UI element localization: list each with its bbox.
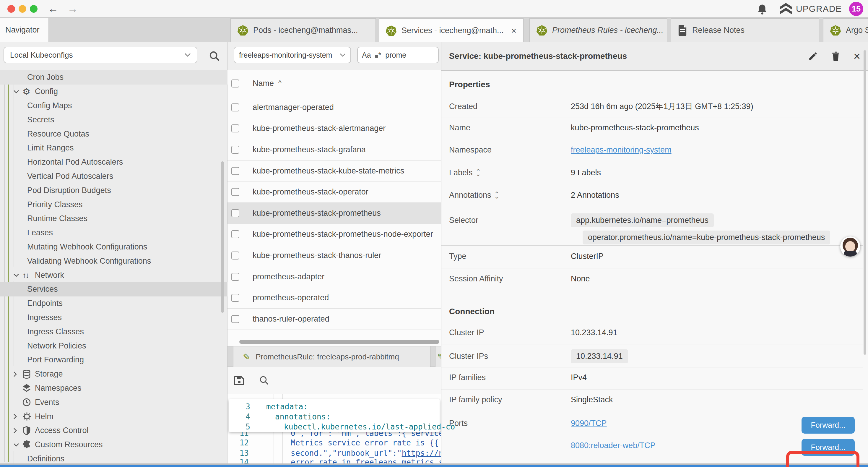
upgrade-button[interactable]: UPGRADE — [779, 3, 842, 15]
avatar[interactable] — [840, 236, 860, 257]
row-checkbox[interactable] — [231, 230, 239, 238]
sidebar-item[interactable]: Ingress Classes — [0, 324, 227, 339]
sidebar-item[interactable]: Network Policies — [0, 339, 227, 353]
yaml-editor[interactable]: 11 0", for": "hm", labels":{ service": 1… — [227, 394, 441, 465]
filter-searchbox[interactable]: Aa * — [357, 47, 439, 63]
close-window-button[interactable] — [7, 5, 15, 13]
chevron-icon[interactable] — [13, 90, 23, 94]
row-checkbox[interactable] — [231, 188, 239, 196]
sidebar-item[interactable]: Validating Webhook Configurations — [0, 254, 227, 268]
sidebar-item[interactable]: Helm — [0, 409, 227, 424]
kubeconfig-select[interactable]: Local Kubeconfigs — [4, 47, 197, 63]
sidebar-item[interactable]: Pod Disruption Budgets — [0, 183, 227, 198]
sidebar-item[interactable]: Storage — [0, 367, 227, 381]
tab-release-notes[interactable]: Release Notes — [671, 18, 819, 42]
bell-icon[interactable] — [757, 4, 768, 16]
table-row[interactable]: kube-prometheus-stack-kube-state-metrics — [227, 160, 441, 182]
namespace-select[interactable]: freeleaps-monitoring-system — [234, 47, 351, 63]
chevron-icon[interactable] — [13, 443, 23, 447]
sidebar-item[interactable]: Cron Jobs — [0, 70, 227, 85]
navigator-tab[interactable]: Navigator — [0, 18, 49, 42]
sidebar-item[interactable]: Custom Resources — [0, 438, 227, 452]
sidebar-item[interactable]: Priority Classes — [0, 198, 227, 212]
forward-arrow-icon[interactable]: → — [64, 2, 82, 16]
row-checkbox[interactable] — [231, 167, 239, 175]
sidebar-item[interactable]: Endpoints — [0, 296, 227, 311]
row-checkbox[interactable] — [231, 273, 239, 281]
account-badge[interactable]: 15 — [849, 2, 863, 16]
table-row[interactable]: kube-prometheus-stack-grafana — [227, 139, 441, 160]
minimize-window-button[interactable] — [19, 5, 26, 13]
detail-scrollbar[interactable] — [864, 50, 866, 355]
row-checkbox[interactable] — [231, 124, 239, 133]
back-arrow-icon[interactable]: ← — [44, 2, 62, 16]
row-checkbox[interactable] — [231, 209, 239, 217]
sidebar-item[interactable]: Leases — [0, 226, 227, 240]
sidebar-item[interactable]: Config Maps — [0, 99, 227, 113]
chevron-icon[interactable] — [13, 273, 23, 277]
sidebar-item[interactable]: Limit Ranges — [0, 141, 227, 155]
table-row[interactable]: kube-prometheus-stack-prometheus — [227, 203, 441, 224]
sidebar-item[interactable]: Events — [0, 395, 227, 409]
port-link-8080[interactable]: 8080:reloader-web/TCP — [571, 441, 656, 450]
editor-tab-next[interactable]: ✎ — [435, 346, 441, 367]
expand-collapse-icon[interactable]: ⌃⌄ — [494, 191, 500, 200]
sidebar-item[interactable]: Port Forwarding — [0, 353, 227, 367]
search-icon[interactable] — [209, 50, 220, 62]
chevron-icon[interactable] — [13, 413, 23, 420]
sidebar-item[interactable]: Services — [0, 282, 227, 296]
edit-pencil-icon[interactable] — [808, 51, 818, 61]
filter-input[interactable] — [385, 51, 418, 59]
sidebar-item[interactable]: Mutating Webhook Configurations — [0, 240, 227, 254]
sidebar-item[interactable]: Ingresses — [0, 311, 227, 325]
sidebar-item[interactable]: Definitions — [0, 452, 227, 465]
sidebar-item[interactable]: ↑↓ Network — [0, 268, 227, 282]
close-panel-icon[interactable]: × — [854, 50, 860, 63]
close-tab-icon[interactable]: × — [512, 26, 517, 36]
chevron-icon[interactable] — [13, 371, 23, 377]
table-row[interactable]: kube-prometheus-stack-thanos-ruler — [227, 245, 441, 266]
sort-caret-icon[interactable]: ^ — [278, 79, 282, 88]
expand-collapse-icon[interactable]: ⌃⌄ — [476, 169, 481, 177]
table-row[interactable]: kube-prometheus-stack-prometheus-node-ex… — [227, 224, 441, 245]
editor-tab-prometheusrule[interactable]: ✎ PrometheusRule: freeleaps-prod-rabbitm… — [233, 346, 430, 367]
sidebar-item[interactable]: Horizontal Pod Autoscalers — [0, 155, 227, 169]
row-checkbox[interactable] — [231, 294, 239, 302]
sidebar-scrollbar[interactable] — [221, 162, 224, 313]
port-link-9090[interactable]: 9090/TCP — [571, 419, 607, 428]
forward-button-9090[interactable]: Forward... — [802, 417, 855, 434]
table-row[interactable]: prometheus-adapter — [227, 266, 441, 288]
tab-argo[interactable]: Argo Se — [823, 18, 868, 42]
regex-icon[interactable]: * — [375, 51, 381, 59]
delete-trash-icon[interactable] — [831, 51, 840, 61]
row-checkbox[interactable] — [231, 146, 239, 154]
table-row[interactable]: alertmanager-operated — [227, 97, 441, 118]
name-column-header[interactable]: Name — [253, 79, 274, 88]
sidebar-item[interactable]: Vertical Pod Autoscalers — [0, 169, 227, 183]
save-icon[interactable] — [234, 375, 245, 386]
chevron-icon[interactable] — [13, 428, 23, 434]
tab-services[interactable]: Services - icecheng@math... × — [379, 18, 524, 42]
sidebar-item[interactable]: Runtime Classes — [0, 212, 227, 226]
row-checkbox[interactable] — [231, 104, 239, 111]
sidebar-item[interactable]: Access Control — [0, 424, 227, 438]
row-checkbox[interactable] — [231, 252, 239, 260]
sidebar-item[interactable]: Secrets — [0, 113, 227, 127]
sidebar-item[interactable]: Namespaces — [0, 381, 227, 396]
match-case-icon[interactable]: Aa — [362, 51, 371, 59]
select-all-checkbox[interactable] — [231, 80, 239, 87]
namespace-link[interactable]: freeleaps-monitoring-system — [571, 145, 672, 154]
maximize-window-button[interactable] — [30, 5, 37, 13]
sidebar-item[interactable]: Resource Quotas — [0, 127, 227, 141]
sidebar-item[interactable]: ⚙ Config — [0, 85, 227, 99]
bottom-accent-bar — [0, 465, 868, 467]
table-row[interactable]: prometheus-operated — [227, 287, 441, 309]
tab-pods[interactable]: Pods - icecheng@mathmas... — [230, 18, 376, 42]
tab-prometheus-rules[interactable]: Prometheus Rules - icecheng... — [529, 18, 667, 42]
table-row[interactable]: kube-prometheus-stack-alertmanager — [227, 118, 441, 140]
table-row[interactable]: thanos-ruler-operated — [227, 309, 441, 330]
row-checkbox[interactable] — [231, 315, 239, 323]
table-row[interactable]: kube-prometheus-stack-operator — [227, 181, 441, 203]
editor-search-icon[interactable] — [259, 375, 270, 386]
horizontal-scrollbar[interactable] — [239, 340, 439, 344]
